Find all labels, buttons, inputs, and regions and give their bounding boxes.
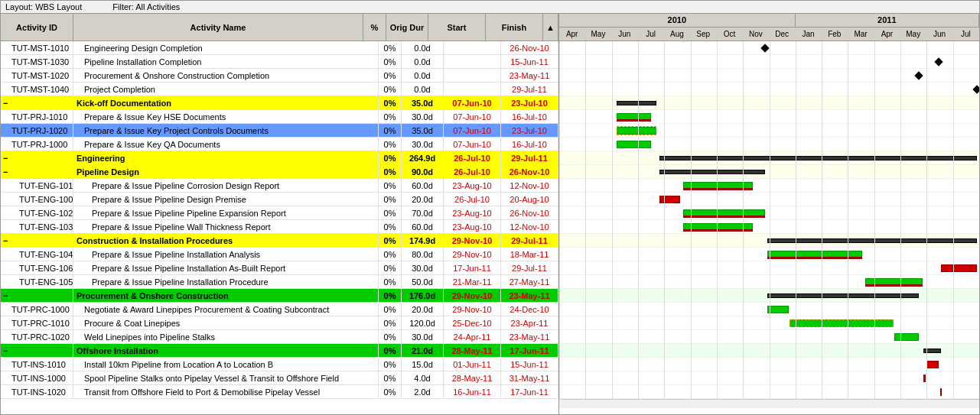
- cell-activity-id: −: [1, 289, 73, 302]
- cell-start: [444, 83, 501, 96]
- cell-pct: 0%: [379, 83, 402, 96]
- month-cell-Jul: Jul: [953, 28, 979, 41]
- cell-orig-dur: 120.0d: [402, 316, 444, 329]
- cell-finish: 26-Nov-10: [501, 206, 558, 219]
- cell-orig-dur: 20.0d: [402, 193, 444, 206]
- cell-start: 07-Jun-10: [444, 96, 501, 109]
- cell-start: 17-Jun-11: [444, 261, 501, 274]
- cell-finish: 23-Jul-10: [501, 96, 558, 109]
- cell-pct: 0%: [379, 289, 402, 302]
- table-row[interactable]: −Kick-off Documentation0%35.0d07-Jun-102…: [1, 96, 558, 110]
- expand-icon[interactable]: −: [3, 154, 8, 163]
- cell-start: 28-May-11: [444, 371, 501, 384]
- table-row[interactable]: −Offshore Installation0%21.0d28-May-1117…: [1, 344, 558, 358]
- filter-label: Filter: All Activities: [112, 2, 180, 11]
- cell-activity-id: TUT-MST-1010: [1, 41, 73, 54]
- cell-activity-name: Pipeline Design: [73, 165, 379, 178]
- cell-pct: 0%: [379, 206, 402, 219]
- table-row[interactable]: TUT-PRJ-1010Prepare & Issue Key HSE Docu…: [1, 110, 558, 124]
- cell-activity-name: Prepare & Issue Key HSE Documents: [73, 110, 379, 123]
- cell-finish: 29-Jul-11: [501, 261, 558, 274]
- table-row[interactable]: TUT-MST-1020Procurement & Onshore Constr…: [1, 69, 558, 83]
- expand-icon[interactable]: −: [3, 291, 8, 300]
- table-row[interactable]: TUT-INS-1010Install 10km Pipeline from L…: [1, 358, 558, 371]
- col-header-sort[interactable]: ▲: [543, 14, 558, 41]
- cell-finish: 23-Jul-10: [501, 124, 558, 137]
- cell-activity-name: Prepare & Issue Key QA Documents: [73, 138, 379, 151]
- col-header-start[interactable]: Start: [428, 14, 486, 41]
- table-row[interactable]: TUT-PRC-1000Negotiate & Award Linepipes …: [1, 303, 558, 316]
- month-cell-Mar: Mar: [848, 28, 874, 41]
- expand-icon[interactable]: −: [3, 99, 8, 108]
- cell-start: 23-Aug-10: [444, 179, 501, 192]
- cell-activity-name: Prepare & Issue Key Project Controls Doc…: [73, 124, 379, 137]
- cell-activity-name: Prepare & Issue Pipeline Installation An…: [73, 248, 379, 261]
- cell-orig-dur: 30.0d: [402, 138, 444, 151]
- cell-orig-dur: 174.9d: [402, 234, 444, 247]
- table-row[interactable]: TUT-PRC-1020Weld Linepipes into Pipeline…: [1, 330, 558, 344]
- table-row[interactable]: TUT-INS-1000Spool Pipeline Stalks onto P…: [1, 371, 558, 385]
- gantt-bar: [923, 349, 941, 353]
- cell-start: 24-Apr-11: [444, 330, 501, 343]
- cell-activity-name: Prepare & Issue Pipeline Installation As…: [73, 261, 379, 274]
- table-row[interactable]: TUT-MST-1030Pipeline Installation Comple…: [1, 55, 558, 69]
- cell-orig-dur: 50.0d: [402, 275, 444, 288]
- cell-start: 23-Aug-10: [444, 220, 501, 233]
- cell-activity-id: TUT-PRC-1000: [1, 303, 73, 316]
- table-row[interactable]: −Engineering0%264.9d26-Jul-1029-Jul-11: [1, 151, 558, 165]
- table-row[interactable]: −Procurement & Onshore Construction0%176…: [1, 289, 558, 303]
- year-2010-block: 2010: [559, 14, 796, 27]
- cell-start: 28-May-11: [444, 344, 501, 357]
- table-row[interactable]: TUT-ENG-1000Prepare & Issue Pipeline Des…: [1, 193, 558, 206]
- cell-activity-name: Spool Pipeline Stalks onto Pipelay Vesse…: [73, 371, 379, 384]
- cell-start: 29-Nov-10: [444, 303, 501, 316]
- col-header-pct[interactable]: %: [363, 14, 386, 41]
- cell-start: 26-Jul-10: [444, 151, 501, 164]
- table-row[interactable]: TUT-ENG-1040Prepare & Issue Pipeline Ins…: [1, 248, 558, 261]
- cell-start: [444, 55, 501, 68]
- table-body[interactable]: TUT-MST-1010Engineering Design Completio…: [1, 41, 558, 414]
- cell-activity-name: Prepare & Issue Pipeline Installation Pr…: [73, 275, 379, 288]
- table-row[interactable]: −Pipeline Design0%90.0d26-Jul-1026-Nov-1…: [1, 165, 558, 179]
- table-row[interactable]: TUT-MST-1010Engineering Design Completio…: [1, 41, 558, 55]
- cell-activity-id: TUT-INS-1000: [1, 371, 73, 384]
- cell-activity-id: −: [1, 151, 73, 164]
- cell-start: 21-Mar-11: [444, 275, 501, 288]
- table-row[interactable]: TUT-PRC-1010Procure & Coat Linepipes0%12…: [1, 316, 558, 330]
- table-row[interactable]: TUT-MST-1040Project Completion0%0.0d29-J…: [1, 83, 558, 96]
- expand-icon[interactable]: −: [3, 346, 8, 355]
- table-row[interactable]: TUT-ENG-1030Prepare & Issue Pipeline Wal…: [1, 220, 558, 234]
- col-header-activity-id[interactable]: Activity ID: [1, 14, 73, 41]
- cell-activity-name: Prepare & Issue Pipeline Pipeline Expans…: [73, 206, 379, 219]
- cell-orig-dur: 60.0d: [402, 179, 444, 192]
- cell-pct: 0%: [379, 303, 402, 316]
- gantt-body: [559, 41, 979, 414]
- gantt-row: [559, 206, 979, 220]
- table-row[interactable]: TUT-ENG-1010Prepare & Issue Pipeline Cor…: [1, 179, 558, 193]
- gantt-row: [559, 179, 979, 193]
- col-header-activity-name[interactable]: Activity Name: [73, 14, 363, 41]
- cell-finish: 24-Dec-10: [501, 303, 558, 316]
- table-row[interactable]: TUT-INS-1020Transit from Offshore Field …: [1, 385, 558, 399]
- col-header-finish[interactable]: Finish: [486, 14, 543, 41]
- cell-pct: 0%: [379, 124, 402, 137]
- gantt-month-row: AprMayJunJulAugSepOctNovDecJanFebMarAprM…: [559, 28, 979, 41]
- col-header-orig-dur[interactable]: Orig Dur: [386, 14, 428, 41]
- cell-activity-name: Transit from Offshore Field to Port & De…: [73, 385, 379, 398]
- table-row[interactable]: TUT-PRJ-1020Prepare & Issue Key Project …: [1, 124, 558, 138]
- horizontal-scrollbar[interactable]: [559, 399, 979, 408]
- gantt-bar: [617, 101, 656, 105]
- table-row[interactable]: −Construction & Installation Procedures0…: [1, 234, 558, 248]
- cell-activity-name: Procurement & Onshore Construction: [73, 289, 379, 302]
- table-row[interactable]: TUT-PRJ-1000Prepare & Issue Key QA Docum…: [1, 138, 558, 151]
- cell-activity-id: TUT-PRC-1010: [1, 316, 73, 329]
- cell-start: 29-Nov-10: [444, 248, 501, 261]
- table-row[interactable]: TUT-ENG-1060Prepare & Issue Pipeline Ins…: [1, 261, 558, 275]
- table-row[interactable]: TUT-ENG-1050Prepare & Issue Pipeline Ins…: [1, 275, 558, 289]
- cell-finish: 23-Apr-11: [501, 316, 558, 329]
- table-row[interactable]: TUT-ENG-1020Prepare & Issue Pipeline Pip…: [1, 206, 558, 220]
- cell-start: 23-Aug-10: [444, 206, 501, 219]
- cell-activity-id: TUT-MST-1030: [1, 55, 73, 68]
- expand-icon[interactable]: −: [3, 236, 8, 245]
- expand-icon[interactable]: −: [3, 167, 8, 177]
